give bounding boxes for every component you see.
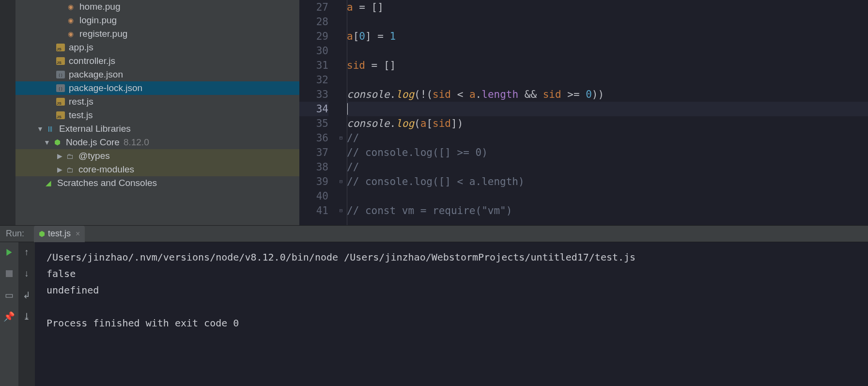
tree-label: home.pug [79,1,121,12]
tree-label: External Libraries [59,124,131,134]
js-icon [56,111,65,119]
tree-label: register.pug [79,29,127,39]
scroll-end-button[interactable]: ⤓ [21,311,32,322]
code-line-31[interactable]: sid = [] [347,58,868,73]
left-rail [0,0,16,225]
pug-icon: ◉ [66,29,76,39]
tree-label: rest.js [69,96,93,107]
run-tab-label: test.js [48,229,71,239]
tree-file-login-pug[interactable]: ◉login.pug [16,14,299,27]
pin-button[interactable]: 📌 [4,311,15,322]
library-icon: ⫼ [46,124,55,134]
code-line-35[interactable]: console.log(a[sid]) [347,116,868,131]
tree-label: test.js [69,110,93,121]
chevron-right-icon: ▶ [56,166,63,173]
up-icon[interactable]: ↑ [21,247,32,258]
down-icon[interactable]: ↓ [21,268,32,279]
run-toolbar: ▭ 📌 [0,242,18,386]
tree-scratches[interactable]: ◢ Scratches and Consoles [16,176,299,190]
console-output[interactable]: /Users/jinzhao/.nvm/versions/node/v8.12.… [35,242,868,386]
code-line-28[interactable] [347,15,868,29]
tree-file-test-js[interactable]: test.js [16,108,299,122]
chevron-right-icon: ▶ [56,152,63,160]
run-nav: ↑ ↓ ↲ ⤓ [18,242,35,386]
tree-version: 8.12.0 [124,137,149,148]
code-line-38[interactable]: // [347,160,868,174]
js-icon [56,57,65,65]
code-line-41[interactable]: // const vm = require("vm") [347,203,868,218]
rerun-button[interactable] [4,247,15,258]
folder-icon: 🗀 [65,165,75,174]
layout-button[interactable]: ▭ [4,290,15,300]
code-line-29[interactable]: a[0] = 1 [347,29,868,44]
tree-label: core-modules [78,164,134,175]
code-line-27[interactable]: a = [] [347,0,868,15]
pug-icon: ◉ [66,15,76,25]
code-editor[interactable]: 272829303132333435363738394041 ⊟⊟⊟ a = [… [299,0,868,225]
code-line-36[interactable]: // [347,131,868,145]
chevron-down-icon: ▼ [44,139,50,146]
tree-file-home-pug[interactable]: ◉home.pug [16,0,299,14]
nodejs-icon: ⬢ [52,138,62,147]
fold-column: ⊟⊟⊟ [337,0,345,225]
tree-file-rest-js[interactable]: rest.js [16,95,299,108]
tree-label: package-lock.json [69,83,142,93]
tree-label: @types [78,151,110,161]
close-icon[interactable]: × [76,230,80,238]
run-header: Run: ⬢ test.js × [0,226,868,242]
code-line-30[interactable] [347,44,868,58]
tree-label: app.js [69,42,93,53]
pug-icon: ◉ [66,2,76,12]
tree-node-core[interactable]: ▼ ⬢ Node.js Core 8.12.0 [16,136,299,149]
scratches-icon: ◢ [44,178,53,188]
code-line-34[interactable] [347,102,868,116]
stop-button[interactable] [4,268,15,279]
folder-icon: 🗀 [65,151,75,161]
json-icon: { } [56,71,65,78]
tree-label: package.json [69,69,123,80]
nodejs-icon: ⬢ [39,230,45,238]
tree-folder-core-modules[interactable]: ▶ 🗀 core-modules [16,163,299,176]
tree-external-libraries[interactable]: ▼ ⫼ External Libraries [16,122,299,136]
tree-file-package-lock-json[interactable]: { }package-lock.json [16,81,299,95]
js-icon [56,44,65,51]
tree-file-app-js[interactable]: app.js [16,41,299,54]
tree-label: login.pug [79,15,117,26]
soft-wrap-button[interactable]: ↲ [21,290,32,300]
project-tree[interactable]: ◉home.pug◉login.pug◉register.pugapp.jsco… [16,0,299,225]
run-panel: Run: ⬢ test.js × ▭ 📌 ↑ ↓ ↲ ⤓ /U [0,225,868,386]
tree-folder-types[interactable]: ▶ 🗀 @types [16,149,299,163]
code-line-40[interactable] [347,189,868,203]
tree-file-package-json[interactable]: { }package.json [16,68,299,81]
tree-label: controller.js [69,56,115,66]
js-icon [56,98,65,106]
indent-guide [347,0,347,225]
tree-file-register-pug[interactable]: ◉register.pug [16,27,299,41]
code-line-32[interactable] [347,73,868,87]
code-line-39[interactable]: // console.log([] < a.length) [347,174,868,189]
chevron-down-icon: ▼ [37,125,44,133]
code-line-33[interactable]: console.log(!(sid < a.length && sid >= 0… [347,87,868,102]
tree-file-controller-js[interactable]: controller.js [16,54,299,68]
run-title: Run: [6,229,24,239]
run-tab[interactable]: ⬢ test.js × [34,226,85,242]
json-icon: { } [56,84,65,92]
code-line-37[interactable]: // console.log([] >= 0) [347,145,868,160]
tree-label: Scratches and Consoles [57,178,157,188]
tree-label: Node.js Core [66,137,120,148]
gutter: 272829303132333435363738394041 [299,0,337,225]
